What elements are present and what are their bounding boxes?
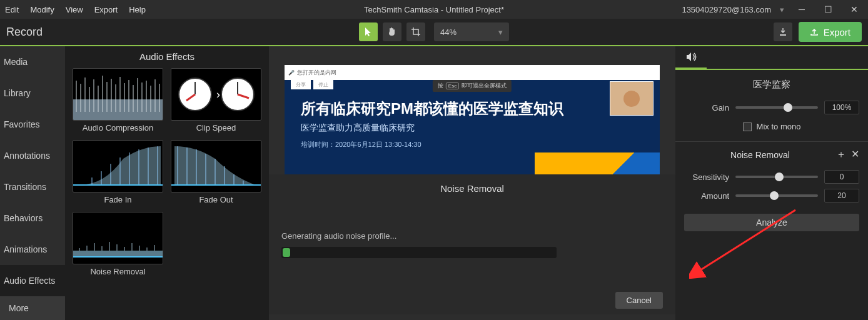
sensitivity-value[interactable]: 0 — [824, 170, 859, 184]
presenter-video — [610, 81, 654, 116]
sidebar-item-behaviors[interactable]: Behaviors — [0, 202, 65, 234]
chevron-down-icon: ▾ — [498, 28, 503, 37]
slide-subtitle: 医学监查助力高质量临床研究 — [285, 122, 660, 140]
close-button[interactable]: ✕ — [845, 3, 863, 16]
slide-browser-bar: 🎤 您打开的是内网 — [285, 65, 660, 80]
download-icon — [779, 28, 787, 36]
mix-to-mono-label: Mix to mono — [757, 122, 801, 131]
upload-icon — [810, 28, 819, 36]
amount-value[interactable]: 20 — [824, 189, 859, 202]
hand-icon — [387, 27, 397, 37]
slide-action-buttons: 分享 停止 — [291, 80, 333, 89]
account-label[interactable]: 13504029720@163.com — [682, 5, 771, 14]
effect-clip-speed[interactable]: › Clip Speed — [171, 68, 261, 132]
app-title: TechSmith Camtasia - Untitled Project* — [364, 5, 504, 14]
sidebar-item-transitions[interactable]: Transitions — [0, 171, 65, 202]
sidebar-item-audio-effects[interactable]: Audio Effects — [0, 265, 65, 296]
amount-slider[interactable] — [735, 194, 818, 197]
record-button[interactable]: Record — [6, 26, 43, 39]
menu-export[interactable]: Export — [94, 5, 118, 14]
analyze-button[interactable]: Analyze — [684, 214, 859, 231]
sensitivity-label: Sensitivity — [684, 172, 729, 182]
add-effect-button[interactable]: ＋ — [836, 148, 846, 161]
svg-rect-48 — [73, 251, 163, 257]
progress-bar — [281, 247, 557, 258]
fullscreen-hint: 按 Esc 即可退出全屏模式 — [433, 80, 512, 92]
progress-fill — [283, 248, 290, 257]
menu-edit[interactable]: Edit — [5, 5, 19, 14]
gain-value[interactable]: 100% — [824, 101, 859, 114]
export-button[interactable]: Export — [799, 22, 862, 42]
pan-tool-button[interactable] — [383, 22, 401, 41]
effects-panel: Audio Effects Audio Compression › Clip S… — [65, 46, 269, 320]
gain-slider[interactable] — [735, 106, 818, 109]
effect-audio-compression[interactable]: Audio Compression — [73, 68, 163, 132]
speaker-icon — [685, 51, 697, 63]
effect-label: Noise Removal — [73, 267, 163, 276]
clip-title: 医学监察 — [675, 70, 868, 98]
sensitivity-row: Sensitivity 0 — [675, 168, 868, 186]
slide-meta: 培训时间：2020年6月12日 13:30-14:30 — [285, 140, 660, 149]
sidebar-more[interactable]: More — [0, 296, 65, 320]
effect-thumb — [73, 68, 163, 121]
svg-rect-0 — [73, 99, 163, 121]
maximize-button[interactable]: ☐ — [819, 3, 837, 16]
effect-thumb — [73, 212, 163, 264]
browser-bar-text: 您打开的是内网 — [297, 69, 336, 77]
noise-removal-dialog: Noise Removal Generating audio noise pro… — [269, 174, 675, 314]
effect-label: Clip Speed — [171, 123, 261, 132]
effect-label: Fade Out — [171, 195, 261, 204]
preview-area: 🎤 您打开的是内网 分享 停止 按 Esc 即可退出全屏模式 所有临床研究PM都… — [269, 46, 675, 320]
crop-icon — [411, 27, 421, 37]
effect-fade-out[interactable]: Fade Out — [171, 140, 261, 204]
menu-bar: Edit Modify View Export Help — [5, 5, 146, 14]
cancel-button[interactable]: Cancel — [615, 292, 663, 309]
mix-to-mono-row[interactable]: Mix to mono — [675, 117, 868, 135]
slide-btn-2: 停止 — [313, 80, 333, 89]
effect-thumb: › — [171, 68, 261, 121]
sidebar-item-animations[interactable]: Animations — [0, 234, 65, 265]
gain-row: Gain 100% — [675, 98, 868, 117]
zoom-dropdown[interactable]: 44% ▾ — [434, 22, 509, 41]
remove-effect-button[interactable]: ✕ — [851, 148, 859, 161]
effect-fade-in[interactable]: Fade In — [73, 140, 163, 204]
effect-noise-removal[interactable]: Noise Removal — [73, 212, 163, 276]
menu-view[interactable]: View — [66, 5, 83, 14]
dialog-title: Noise Removal — [281, 183, 663, 194]
amount-label: Amount — [684, 191, 729, 201]
zoom-value: 44% — [440, 28, 457, 37]
sidebar-item-favorites[interactable]: Favorites — [0, 109, 65, 140]
esc-key-icon: Esc — [446, 82, 459, 89]
main-area: Media Library Favorites Annotations Tran… — [0, 46, 868, 320]
sidebar-item-library[interactable]: Library — [0, 78, 65, 109]
menu-modify[interactable]: Modify — [30, 5, 54, 14]
effects-panel-title: Audio Effects — [73, 46, 261, 68]
dialog-status-text: Generating audio noise profile... — [281, 231, 663, 241]
properties-tabs — [675, 46, 868, 70]
effect-thumb — [171, 140, 261, 192]
export-label: Export — [824, 27, 850, 38]
sidebar-item-annotations[interactable]: Annotations — [0, 140, 65, 171]
sidebar-item-media[interactable]: Media — [0, 46, 65, 78]
sensitivity-slider[interactable] — [735, 176, 818, 178]
svg-text:›: › — [216, 88, 220, 101]
crop-tool-button[interactable] — [406, 22, 425, 41]
effect-label: Fade In — [73, 195, 163, 204]
account-dropdown-icon[interactable]: ▾ — [780, 5, 784, 14]
cursor-tool-button[interactable] — [359, 22, 378, 41]
cursor-icon — [363, 27, 373, 37]
mic-icon: 🎤 — [288, 70, 295, 76]
menu-help[interactable]: Help — [129, 5, 146, 14]
gain-label: Gain — [684, 103, 729, 112]
effect-thumb — [73, 140, 163, 192]
noise-removal-section-header: Noise Removal ＋ ✕ — [675, 142, 868, 168]
audio-tab[interactable] — [675, 46, 707, 69]
checkbox-icon[interactable] — [743, 122, 752, 131]
left-sidebar: Media Library Favorites Annotations Tran… — [0, 46, 65, 320]
slide-btn-1: 分享 — [291, 80, 311, 89]
title-bar: Edit Modify View Export Help TechSmith C… — [0, 0, 868, 19]
toolbar: Record 44% ▾ Export — [0, 19, 868, 46]
effect-label: Audio Compression — [73, 123, 163, 132]
download-button[interactable] — [774, 22, 792, 41]
minimize-button[interactable]: ─ — [793, 3, 810, 16]
